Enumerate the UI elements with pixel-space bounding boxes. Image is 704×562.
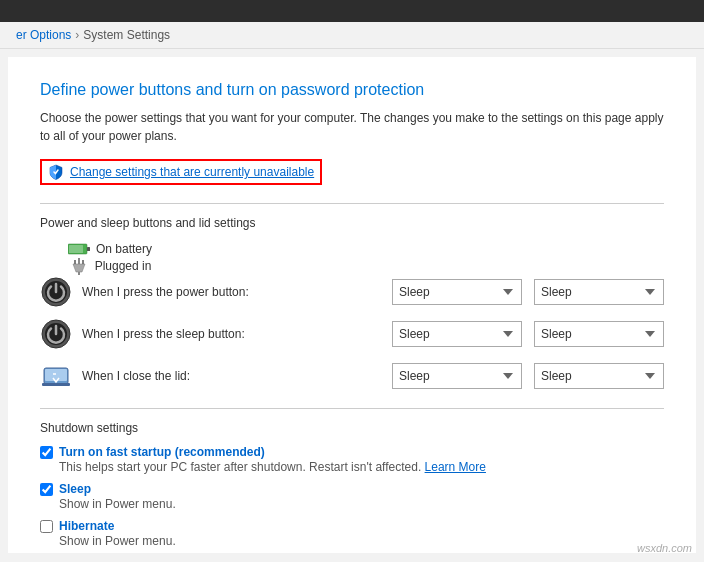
lid-close-row: When I close the lid: Sleep Do nothing H… <box>40 360 664 392</box>
sleep-desc: Show in Power menu. <box>59 497 176 511</box>
sleep-button-label: When I press the sleep button: <box>82 327 392 341</box>
change-settings-text: Change settings that are currently unava… <box>70 165 314 179</box>
column-headers: On battery Plugged in <box>40 242 664 276</box>
window: er Options › System Settings Define powe… <box>0 22 704 562</box>
title-bar <box>0 0 704 22</box>
sleep-label: Sleep Show in Power menu. <box>59 482 176 511</box>
page-description: Choose the power settings that you want … <box>40 109 664 145</box>
power-button-dropdowns: Sleep Do nothing Hibernate Shut down Tur… <box>392 279 664 305</box>
breadcrumb-current: System Settings <box>83 28 170 42</box>
plugged-in-header: Plugged in <box>40 256 180 276</box>
sleep-button-plugged-in-select[interactable]: Sleep Do nothing Hibernate Shut down Tur… <box>534 321 664 347</box>
hibernate-desc: Show in Power menu. <box>59 534 176 548</box>
svg-marker-4 <box>73 264 85 272</box>
sleep-button-on-battery-select[interactable]: Sleep Do nothing Hibernate Shut down Tur… <box>392 321 522 347</box>
power-button-plugged-in-select[interactable]: Sleep Do nothing Hibernate Shut down Tur… <box>534 279 664 305</box>
lid-close-label: When I close the lid: <box>82 369 392 383</box>
shutdown-divider <box>40 408 664 409</box>
content-area: Define power buttons and turn on passwor… <box>8 57 696 553</box>
svg-rect-13 <box>45 369 67 381</box>
shutdown-section: Shutdown settings Turn on fast startup (… <box>40 408 664 553</box>
fast-startup-item: Turn on fast startup (recommended) This … <box>40 445 664 474</box>
on-battery-header: On battery <box>40 242 180 256</box>
fast-startup-checkbox[interactable] <box>40 446 53 459</box>
breadcrumb: er Options › System Settings <box>0 22 704 49</box>
sleep-item: Sleep Show in Power menu. <box>40 482 664 511</box>
svg-rect-14 <box>42 383 70 386</box>
svg-rect-1 <box>69 245 83 253</box>
lid-on-battery-select[interactable]: Sleep Do nothing Hibernate Shut down Tur… <box>392 363 522 389</box>
hibernate-title: Hibernate <box>59 519 114 533</box>
fast-startup-label: Turn on fast startup (recommended) This … <box>59 445 486 474</box>
battery-icon <box>68 242 90 256</box>
learn-more-link[interactable]: Learn More <box>425 460 486 474</box>
breadcrumb-parent[interactable]: er Options <box>16 28 71 42</box>
shield-icon <box>48 164 64 180</box>
power-button-label: When I press the power button: <box>82 285 392 299</box>
sleep-checkbox[interactable] <box>40 483 53 496</box>
fast-startup-title: Turn on fast startup (recommended) <box>59 445 265 459</box>
sleep-title: Sleep <box>59 482 91 496</box>
sleep-button-row: When I press the sleep button: Sleep Do … <box>40 318 664 350</box>
power-button-icon <box>40 276 72 308</box>
sleep-button-dropdowns: Sleep Do nothing Hibernate Shut down Tur… <box>392 321 664 347</box>
fast-startup-desc: This helps start your PC faster after sh… <box>59 460 486 474</box>
sleep-button-icon <box>40 318 72 350</box>
lid-plugged-in-select[interactable]: Sleep Do nothing Hibernate Shut down Tur… <box>534 363 664 389</box>
power-button-on-battery-select[interactable]: Sleep Do nothing Hibernate Shut down Tur… <box>392 279 522 305</box>
power-button-row: When I press the power button: Sleep Do … <box>40 276 664 308</box>
watermark: wsxdn.com <box>637 542 692 554</box>
power-sleep-section-label: Power and sleep buttons and lid settings <box>40 216 664 230</box>
pluggedin-icon <box>69 256 89 276</box>
section-divider <box>40 203 664 204</box>
change-settings-link[interactable]: Change settings that are currently unava… <box>40 159 322 185</box>
lid-close-icon <box>40 360 72 392</box>
page-title: Define power buttons and turn on passwor… <box>40 81 664 99</box>
hibernate-checkbox[interactable] <box>40 520 53 533</box>
shutdown-section-label: Shutdown settings <box>40 421 664 435</box>
hibernate-item: Hibernate Show in Power menu. <box>40 519 664 548</box>
svg-rect-2 <box>87 247 90 251</box>
lid-close-dropdowns: Sleep Do nothing Hibernate Shut down Tur… <box>392 363 664 389</box>
breadcrumb-sep: › <box>75 28 79 42</box>
hibernate-label: Hibernate Show in Power menu. <box>59 519 176 548</box>
